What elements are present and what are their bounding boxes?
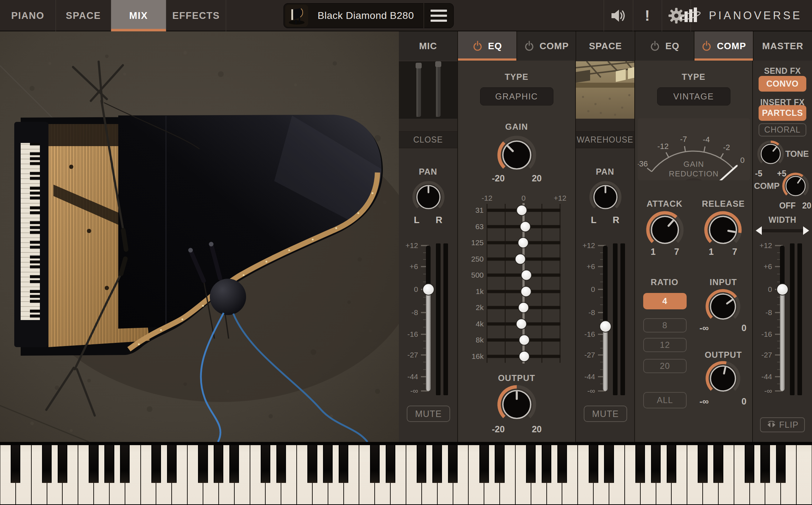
eq-band-thumb[interactable] xyxy=(519,335,529,345)
insert-fx-choral-button[interactable]: CHORAL xyxy=(759,123,806,136)
width-handle-right[interactable] xyxy=(803,226,809,235)
black-key[interactable] xyxy=(557,445,567,483)
release-knob[interactable] xyxy=(703,210,743,250)
alert-button[interactable]: ! xyxy=(633,0,662,31)
ratio-option-8[interactable]: 8 xyxy=(643,318,687,333)
black-key[interactable] xyxy=(151,445,161,483)
space-mute-button[interactable]: MUTE xyxy=(584,406,627,422)
eq-band-thumb[interactable] xyxy=(519,351,529,361)
eq-output-knob[interactable] xyxy=(496,384,537,425)
black-key[interactable] xyxy=(386,445,395,483)
ratio-option-4[interactable]: 4 xyxy=(643,293,687,309)
power-icon[interactable] xyxy=(650,41,660,51)
black-key[interactable] xyxy=(698,445,707,483)
preset-selector[interactable]: Black Diamond B280 xyxy=(283,3,454,28)
black-key[interactable] xyxy=(339,445,348,483)
black-key[interactable] xyxy=(214,445,223,483)
black-key[interactable] xyxy=(589,445,598,483)
flip-button[interactable]: FLIP xyxy=(760,417,805,432)
black-key[interactable] xyxy=(261,445,270,483)
tone-knob[interactable] xyxy=(756,140,785,168)
power-icon[interactable] xyxy=(472,41,483,51)
black-key[interactable] xyxy=(42,445,52,483)
section-header-space-3[interactable]: SPACE xyxy=(576,31,635,61)
volume-button[interactable] xyxy=(604,0,633,31)
ratio-option-12[interactable]: 12 xyxy=(643,338,687,352)
eq-band-thumb[interactable] xyxy=(521,270,531,280)
eq-band-freq-label: 125 xyxy=(464,238,484,247)
black-key[interactable] xyxy=(276,445,286,483)
insert-fx-partcls-button[interactable]: PARTCLS xyxy=(759,105,806,121)
black-key[interactable] xyxy=(104,445,114,483)
width-handle-left[interactable] xyxy=(756,226,762,235)
speaker-icon xyxy=(610,8,626,24)
black-key[interactable] xyxy=(448,445,458,483)
space-pan-knob[interactable] xyxy=(588,180,623,214)
eq-band-thumb[interactable] xyxy=(519,238,528,248)
eq-band-thumb[interactable] xyxy=(521,287,531,296)
white-key[interactable] xyxy=(796,445,812,504)
black-key[interactable] xyxy=(526,445,536,483)
power-icon[interactable] xyxy=(524,41,535,51)
ratio-option-all[interactable]: ALL xyxy=(643,392,687,408)
black-key[interactable] xyxy=(89,445,98,483)
tab-piano[interactable]: PIANO xyxy=(0,0,56,31)
black-key[interactable] xyxy=(229,445,239,483)
section-header-mic-0[interactable]: MIC xyxy=(399,31,458,61)
fader-thumb[interactable] xyxy=(777,284,788,295)
eq-band-thumb[interactable] xyxy=(521,222,530,231)
attack-knob[interactable] xyxy=(645,210,685,250)
black-key[interactable] xyxy=(604,445,614,483)
eq-band-thumb[interactable] xyxy=(517,206,526,215)
fader-scale-label: -16 xyxy=(584,330,595,339)
black-key[interactable] xyxy=(120,445,130,483)
black-key[interactable] xyxy=(323,445,333,483)
comp-type-selector[interactable]: VINTAGE xyxy=(657,87,730,105)
black-key[interactable] xyxy=(11,445,20,483)
tab-mix[interactable]: MIX xyxy=(111,0,166,31)
power-icon[interactable] xyxy=(701,41,712,51)
tab-effects[interactable]: EFFECTS xyxy=(166,0,226,31)
section-header-comp-5[interactable]: COMP xyxy=(694,31,754,61)
black-key[interactable] xyxy=(58,445,67,483)
black-key[interactable] xyxy=(198,445,208,483)
tab-space[interactable]: SPACE xyxy=(56,0,111,31)
black-key[interactable] xyxy=(307,445,317,483)
level-meter-right xyxy=(620,243,625,395)
master-comp-knob[interactable] xyxy=(781,172,810,200)
preset-menu-button[interactable] xyxy=(423,3,453,28)
black-key[interactable] xyxy=(370,445,380,483)
comp-output-knob[interactable] xyxy=(704,360,741,397)
black-key[interactable] xyxy=(776,445,786,483)
space-venue-selector[interactable]: WAREHOUSE xyxy=(576,132,634,148)
mic-pan-label: PAN xyxy=(399,167,457,177)
mic-pan-knob[interactable] xyxy=(411,180,446,214)
fader-thumb[interactable] xyxy=(423,284,434,295)
black-key[interactable] xyxy=(745,445,754,483)
black-key[interactable] xyxy=(713,445,723,483)
black-key[interactable] xyxy=(479,445,489,483)
black-key[interactable] xyxy=(760,445,770,483)
section-header-comp-2[interactable]: COMP xyxy=(517,31,576,61)
black-key[interactable] xyxy=(417,445,426,483)
ratio-option-20[interactable]: 20 xyxy=(643,359,687,373)
black-key[interactable] xyxy=(635,445,645,483)
black-key[interactable] xyxy=(651,445,661,483)
black-key[interactable] xyxy=(542,445,551,483)
black-key[interactable] xyxy=(667,445,676,483)
black-key[interactable] xyxy=(495,445,504,483)
black-key[interactable] xyxy=(167,445,177,483)
section-header-eq-1[interactable]: EQ xyxy=(458,31,517,61)
input-knob[interactable] xyxy=(704,288,741,325)
eq-band-thumb[interactable] xyxy=(519,303,529,313)
mic-position-selector[interactable]: CLOSE xyxy=(399,132,457,148)
section-header-eq-4[interactable]: EQ xyxy=(635,31,694,61)
mic-mute-button[interactable]: MUTE xyxy=(407,406,450,422)
fader-thumb[interactable] xyxy=(600,321,611,332)
width-slider[interactable] xyxy=(756,226,809,235)
black-key[interactable] xyxy=(432,445,442,483)
eq-band-thumb[interactable] xyxy=(517,319,526,329)
section-header-master-6[interactable]: MASTER xyxy=(754,31,812,61)
send-fx-convo-button[interactable]: CONVO xyxy=(759,76,806,92)
eq-band-thumb[interactable] xyxy=(515,254,525,264)
